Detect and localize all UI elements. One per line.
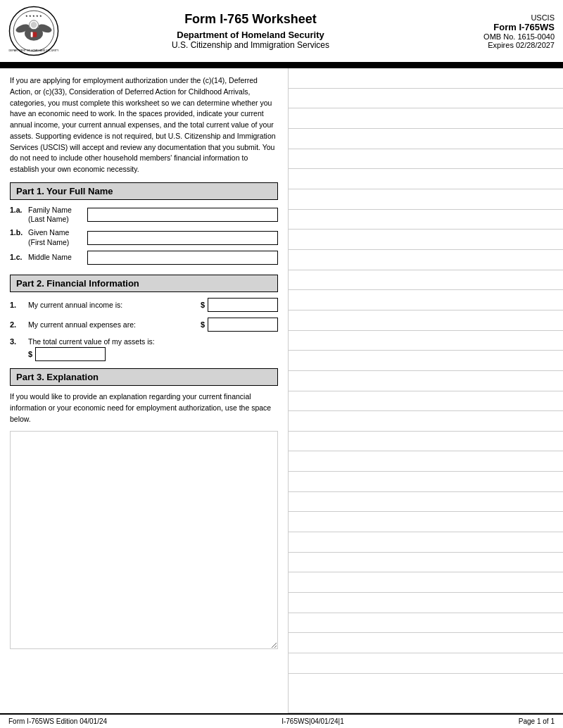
field-row-1b: 1.b. Given Name(First Name) xyxy=(10,228,278,247)
financial-row-1: 1. My current annual income is: $ xyxy=(10,298,278,312)
given-name-input[interactable] xyxy=(87,231,278,245)
right-line xyxy=(289,230,563,250)
right-line xyxy=(289,532,563,553)
right-line xyxy=(289,210,563,230)
right-line xyxy=(289,613,563,634)
right-line xyxy=(289,391,563,412)
right-line xyxy=(289,169,563,189)
page: ★ ★ ★ ★ ★ DEPARTMENT OF HOMELAND SECURIT… xyxy=(0,0,563,728)
agency-name: U.S. Citizenship and Immigration Service… xyxy=(59,40,442,50)
field-num-1b: 1.b. xyxy=(10,228,25,247)
field-row-1c: 1.c. Middle Name xyxy=(10,251,278,265)
field-num-1a: 1.a. xyxy=(10,206,25,225)
right-line xyxy=(289,432,563,452)
part1-header: Part 1. Your Full Name xyxy=(10,182,278,200)
fin-label-3: The total current value of my assets is: xyxy=(28,337,278,346)
right-line xyxy=(289,492,563,513)
right-line xyxy=(289,68,563,89)
right-line xyxy=(289,553,563,573)
right-line xyxy=(289,572,563,593)
fin-label-2: My current annual expenses are: xyxy=(28,320,201,329)
middle-name-input[interactable] xyxy=(87,251,278,265)
right-line xyxy=(289,653,563,674)
right-panel xyxy=(289,68,563,713)
header: ★ ★ ★ ★ ★ DEPARTMENT OF HOMELAND SECURIT… xyxy=(0,0,563,64)
svg-rect-8 xyxy=(31,32,33,37)
family-name-input[interactable] xyxy=(87,208,278,222)
dollar-sign-1: $ xyxy=(201,301,205,309)
footer: Form I-765WS Edition 04/01/24 I-765WS|04… xyxy=(0,713,563,728)
field-label-1a: Family Name(Last Name) xyxy=(28,206,72,225)
annual-expenses-input[interactable] xyxy=(208,318,278,332)
svg-text:★ ★ ★ ★ ★: ★ ★ ★ ★ ★ xyxy=(25,14,43,18)
content-area: If you are applying for employment autho… xyxy=(0,68,563,713)
financial-row-2: 2. My current annual expenses are: $ xyxy=(10,318,278,332)
right-line xyxy=(289,129,563,149)
fin-num-2: 2. xyxy=(10,320,21,329)
expires: Expires 02/28/2027 xyxy=(442,41,555,49)
intro-text: If you are applying for employment autho… xyxy=(10,75,278,175)
right-line xyxy=(289,512,563,532)
assets-row: 3. The total current value of my assets … xyxy=(10,337,278,361)
fin-label-1: My current annual income is: xyxy=(28,301,201,309)
fin-num-3: 3. xyxy=(10,337,21,346)
left-panel: If you are applying for employment autho… xyxy=(0,68,289,713)
uscis-label: USCIS xyxy=(442,13,555,22)
right-line xyxy=(289,593,563,613)
field-label-1b: Given Name(First Name) xyxy=(28,228,69,247)
fin-num-1: 1. xyxy=(10,301,21,309)
right-line xyxy=(289,149,563,170)
annual-income-input[interactable] xyxy=(208,298,278,312)
right-line xyxy=(289,290,563,310)
right-line xyxy=(289,674,563,713)
svg-point-6 xyxy=(31,22,37,28)
part2-header: Part 2. Financial Information xyxy=(10,275,278,292)
right-line xyxy=(289,250,563,270)
right-line xyxy=(289,371,563,391)
field-num-1c: 1.c. xyxy=(10,253,25,263)
right-line xyxy=(289,189,563,210)
explanation-text: If you would like to provide an explanat… xyxy=(10,391,278,425)
right-line xyxy=(289,411,563,432)
part3-header: Part 3. Explanation xyxy=(10,368,278,386)
explanation-textarea[interactable] xyxy=(10,431,278,649)
right-line xyxy=(289,351,563,371)
footer-right: Page 1 of 1 xyxy=(519,717,555,725)
uscis-seal-icon: ★ ★ ★ ★ ★ DEPARTMENT OF HOMELAND SECURIT… xyxy=(8,6,59,56)
right-line xyxy=(289,108,563,129)
field-row-1a: 1.a. Family Name(Last Name) xyxy=(10,206,278,225)
right-line xyxy=(289,451,563,472)
right-line xyxy=(289,331,563,351)
header-center: Form I-765 Worksheet Department of Homel… xyxy=(59,12,442,50)
right-line xyxy=(289,472,563,492)
dollar-sign-3: $ xyxy=(28,350,32,358)
assets-value-input[interactable] xyxy=(35,347,106,361)
form-title: Form I-765 Worksheet xyxy=(59,12,442,27)
footer-center: I-765WS|04/01/24|1 xyxy=(282,717,344,725)
dollar-sign-2: $ xyxy=(201,320,205,329)
right-line xyxy=(289,89,563,109)
footer-left: Form I-765WS Edition 04/01/24 xyxy=(8,717,107,725)
header-right: USCIS Form I-765WS OMB No. 1615-0040 Exp… xyxy=(442,13,555,49)
svg-text:DEPARTMENT OF HOMELAND SECURIT: DEPARTMENT OF HOMELAND SECURITY xyxy=(9,49,59,52)
field-label-1c: Middle Name xyxy=(28,253,72,263)
right-line xyxy=(289,310,563,331)
right-line xyxy=(289,633,563,653)
dept-name: Department of Homeland Security xyxy=(59,30,442,40)
right-line xyxy=(289,270,563,291)
form-code: Form I-765WS xyxy=(442,22,555,32)
omb-no: OMB No. 1615-0040 xyxy=(442,32,555,41)
